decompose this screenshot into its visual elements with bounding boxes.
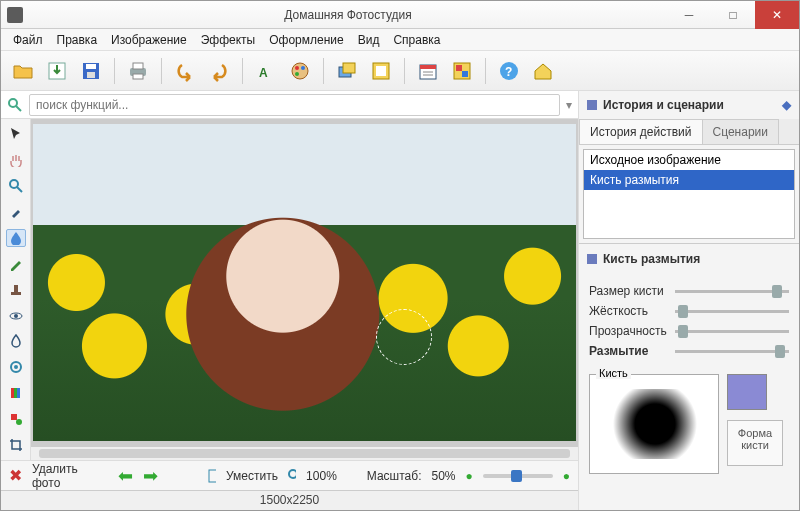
svg-point-32 [14, 314, 18, 318]
panel-icon [587, 100, 597, 110]
zoom-100-button[interactable]: 100% [306, 469, 337, 483]
scale-value: 50% [432, 469, 456, 483]
zoom-tool[interactable] [6, 177, 26, 195]
print-button[interactable] [124, 57, 152, 85]
menu-view[interactable]: Вид [352, 31, 386, 49]
svg-rect-13 [343, 63, 355, 73]
pointer-tool[interactable] [6, 125, 26, 143]
fit-button[interactable]: Уместить [226, 469, 278, 483]
import-button[interactable] [43, 57, 71, 85]
history-item[interactable]: Исходное изображение [584, 150, 794, 170]
maximize-button[interactable]: □ [711, 1, 755, 29]
minimize-button[interactable]: ─ [667, 1, 711, 29]
svg-rect-36 [14, 388, 17, 398]
panel-header-title: История и сценарии [603, 98, 724, 112]
blur-tool[interactable] [6, 229, 26, 247]
svg-rect-17 [420, 65, 436, 69]
main-toolbar: A ? [1, 51, 799, 91]
stamp-tool[interactable] [6, 281, 26, 299]
menu-edit[interactable]: Правка [51, 31, 104, 49]
svg-rect-30 [14, 285, 18, 292]
svg-rect-15 [376, 66, 386, 76]
smudge-tool[interactable] [6, 332, 26, 350]
opacity-label: Прозрачность [589, 324, 669, 338]
delete-photo-button[interactable]: Удалить фото [32, 462, 78, 490]
collage-button[interactable] [448, 57, 476, 85]
search-input[interactable] [29, 94, 560, 116]
pencil-tool[interactable] [6, 255, 26, 273]
frame-button[interactable] [367, 57, 395, 85]
brush-color-swatch[interactable] [727, 374, 767, 410]
svg-rect-29 [11, 292, 21, 295]
tab-scenarios[interactable]: Сценарии [702, 119, 779, 144]
crop-tool[interactable] [6, 436, 26, 454]
layers-button[interactable] [333, 57, 361, 85]
tool-strip [1, 119, 31, 460]
text-tool-button[interactable]: A [252, 57, 280, 85]
right-panel: История и сценарии ◆ История действий Сц… [579, 91, 799, 510]
right-panel-header: История и сценарии ◆ [579, 91, 799, 119]
svg-rect-2 [86, 64, 96, 69]
save-button[interactable] [77, 57, 105, 85]
delete-icon[interactable]: ✖ [9, 466, 22, 485]
tool-panel-title: Кисть размытия [603, 252, 700, 266]
svg-rect-38 [11, 414, 17, 420]
svg-rect-37 [17, 388, 20, 398]
brush-tool[interactable] [6, 203, 26, 221]
svg-point-11 [295, 72, 299, 76]
function-search-bar: ▾ [1, 91, 578, 119]
svg-point-25 [9, 99, 17, 107]
history-item[interactable]: Кисть размытия [584, 170, 794, 190]
svg-point-9 [295, 66, 299, 70]
blur-slider[interactable] [675, 350, 789, 353]
photo-image [33, 124, 576, 441]
titlebar: Домашняя Фотостудия ─ □ ✕ [1, 1, 799, 29]
svg-point-27 [10, 180, 18, 188]
menu-image[interactable]: Изображение [105, 31, 193, 49]
shapes-tool[interactable] [6, 410, 26, 428]
redo-button[interactable] [205, 57, 233, 85]
hardness-slider[interactable] [675, 310, 789, 313]
svg-rect-5 [133, 63, 143, 69]
svg-rect-21 [456, 65, 462, 71]
gradient-tool[interactable] [6, 384, 26, 402]
next-button[interactable]: ➡ [143, 465, 158, 487]
zoom-in-button[interactable]: ● [563, 469, 570, 483]
menu-effects[interactable]: Эффекты [195, 31, 262, 49]
eye-tool[interactable] [6, 307, 26, 325]
home-button[interactable] [529, 57, 557, 85]
brush-legend: Кисть [596, 367, 631, 379]
hardness-label: Жёсткость [589, 304, 669, 318]
open-folder-button[interactable] [9, 57, 37, 85]
size-slider[interactable] [675, 290, 789, 293]
svg-point-39 [16, 419, 22, 425]
menubar: Файл Правка Изображение Эффекты Оформлен… [1, 29, 799, 51]
window-title: Домашняя Фотостудия [29, 8, 667, 22]
tab-history[interactable]: История действий [579, 119, 703, 144]
canvas[interactable] [31, 119, 578, 446]
brush-shape-button[interactable]: Форма кисти [727, 420, 783, 466]
menu-help[interactable]: Справка [387, 31, 446, 49]
blur-label: Размытие [589, 344, 669, 358]
search-dropdown-icon[interactable]: ▾ [566, 98, 572, 112]
history-list[interactable]: Исходное изображение Кисть размытия [583, 149, 795, 239]
menu-file[interactable]: Файл [7, 31, 49, 49]
zoom-slider[interactable] [483, 474, 553, 478]
menu-decoration[interactable]: Оформление [263, 31, 349, 49]
prev-button[interactable]: ⬅ [118, 465, 133, 487]
scale-label: Масштаб: [367, 469, 422, 483]
zoom-out-button[interactable]: ● [466, 469, 473, 483]
opacity-slider[interactable] [675, 330, 789, 333]
undo-button[interactable] [171, 57, 199, 85]
tool-panel-header: Кисть размытия [579, 243, 799, 274]
horizontal-scrollbar[interactable] [31, 446, 578, 460]
svg-rect-22 [462, 71, 468, 77]
help-button[interactable]: ? [495, 57, 523, 85]
collapse-icon[interactable]: ◆ [782, 98, 791, 112]
calendar-button[interactable] [414, 57, 442, 85]
palette-button[interactable] [286, 57, 314, 85]
svg-point-34 [14, 365, 18, 369]
close-button[interactable]: ✕ [755, 1, 799, 29]
eyedropper-tool[interactable] [6, 358, 26, 376]
hand-tool[interactable] [6, 151, 26, 169]
